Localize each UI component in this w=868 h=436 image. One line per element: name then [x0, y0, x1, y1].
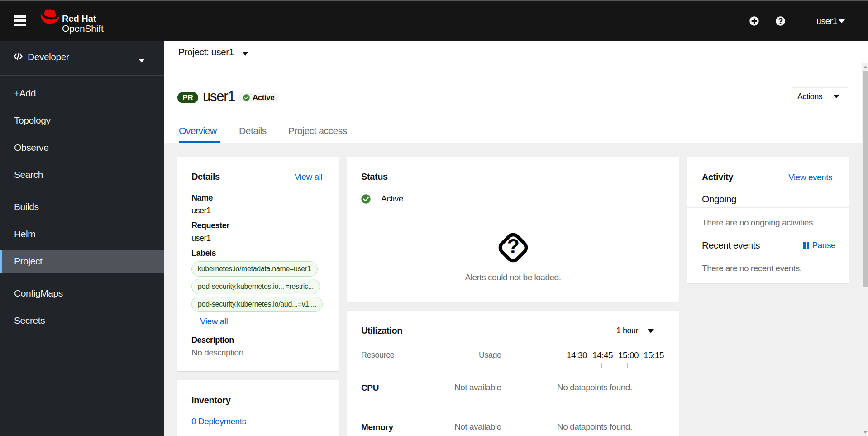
- svg-text:?: ?: [507, 235, 519, 258]
